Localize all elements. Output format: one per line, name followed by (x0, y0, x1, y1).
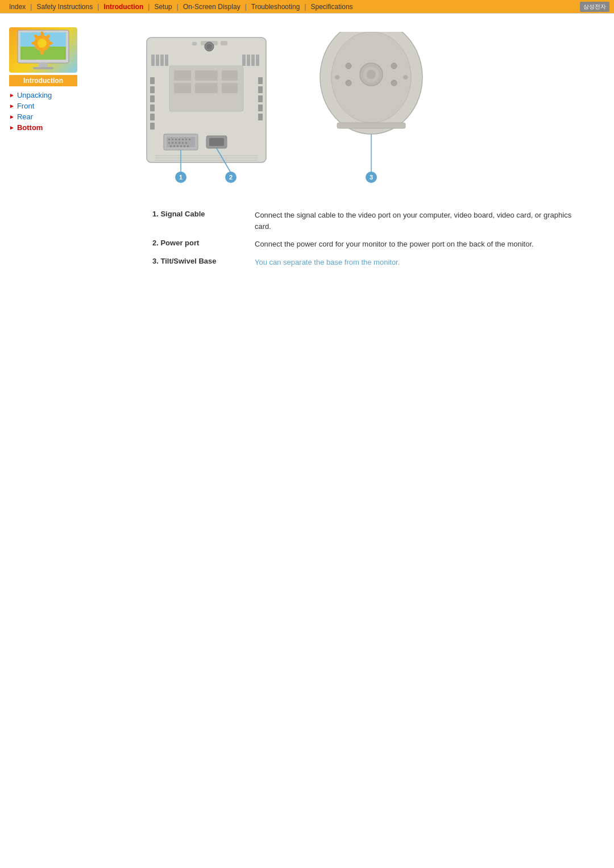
svg-rect-63 (177, 145, 179, 147)
svg-rect-30 (174, 83, 191, 93)
descriptions-section: 1. Signal Cable Connect the signal cable… (152, 210, 579, 268)
svg-rect-68 (209, 138, 224, 146)
svg-rect-54 (189, 139, 190, 140)
desc-row-1: 1. Signal Cable Connect the signal cable… (152, 210, 579, 232)
svg-rect-15 (192, 42, 197, 45)
navbar: Index | Safety Instructions | Introducti… (0, 0, 614, 14)
svg-rect-22 (160, 55, 164, 66)
sidebar-item-front[interactable]: ► Front (9, 102, 91, 110)
desc-text-3[interactable]: You can separate the base from the monit… (255, 257, 579, 268)
arrow-icon-rear: ► (9, 114, 15, 120)
monitor-thumbnail-svg (9, 27, 77, 73)
svg-rect-23 (165, 55, 168, 66)
svg-rect-17 (221, 41, 227, 45)
svg-rect-35 (150, 77, 155, 84)
nav-safety[interactable]: Safety Instructions (32, 3, 97, 11)
sidebar-item-rear[interactable]: ► Rear (9, 112, 91, 121)
svg-text:3: 3 (370, 174, 373, 181)
svg-rect-37 (150, 95, 155, 102)
svg-rect-32 (195, 83, 218, 93)
svg-rect-43 (258, 95, 263, 102)
svg-text:1: 1 (179, 174, 182, 181)
svg-rect-41 (258, 77, 263, 84)
svg-point-88 (403, 75, 408, 80)
svg-rect-13 (33, 67, 53, 69)
sidebar-thumbnail (9, 27, 77, 73)
svg-rect-24 (242, 55, 246, 66)
nav-troubleshooting[interactable]: Troubleshooting (247, 3, 305, 11)
nav-index[interactable]: Index (5, 3, 30, 11)
svg-point-7 (40, 49, 44, 55)
svg-point-87 (335, 75, 339, 80)
svg-rect-34 (222, 83, 238, 93)
arrow-icon-front: ► (9, 103, 15, 109)
svg-rect-53 (185, 139, 187, 140)
svg-point-83 (346, 63, 351, 69)
svg-point-6 (40, 31, 44, 37)
svg-rect-52 (182, 139, 184, 140)
svg-rect-62 (173, 145, 175, 147)
svg-rect-45 (258, 114, 263, 120)
svg-rect-56 (172, 142, 173, 144)
svg-point-8 (31, 41, 37, 45)
svg-rect-59 (182, 142, 184, 144)
svg-point-84 (346, 80, 351, 86)
svg-rect-26 (251, 55, 255, 66)
arrow-icon-unpacking: ► (9, 92, 15, 98)
svg-rect-29 (174, 70, 191, 81)
desc-label-3: 3. Tilt/Swivel Base (152, 257, 255, 265)
svg-text:2: 2 (229, 174, 233, 181)
desc-row-2: 2. Power port Connect the power cord for… (152, 239, 579, 250)
svg-rect-42 (258, 86, 263, 93)
monitor-base-image: 3 (306, 32, 437, 187)
svg-rect-51 (179, 139, 180, 140)
svg-point-9 (47, 41, 53, 45)
svg-rect-25 (247, 55, 250, 66)
arrow-icon-bottom: ► (9, 124, 15, 131)
link-front[interactable]: Front (17, 102, 34, 110)
desc-text-2: Connect the power cord for your monitor … (255, 239, 579, 250)
sidebar-item-bottom[interactable]: ► Bottom (9, 123, 91, 132)
svg-rect-89 (337, 123, 405, 128)
main-container: Introduction ► Unpacking ► Front ► Rear … (0, 14, 614, 288)
svg-point-85 (391, 63, 397, 69)
link-bottom[interactable]: Bottom (17, 123, 43, 132)
svg-rect-66 (187, 145, 189, 147)
svg-point-82 (367, 70, 376, 79)
svg-rect-31 (195, 70, 218, 81)
svg-rect-20 (151, 55, 155, 66)
monitor-images-section: 1 2 (130, 32, 600, 187)
nav-specifications[interactable]: Specifications (306, 3, 358, 11)
svg-rect-65 (184, 145, 185, 147)
svg-rect-55 (168, 142, 170, 144)
desc-text-1: Connect the signal cable to the video po… (255, 210, 579, 232)
sidebar-section-title: Introduction (9, 75, 77, 86)
desc-label-1: 1. Signal Cable (152, 210, 255, 218)
svg-rect-49 (172, 139, 173, 140)
brand-logo: 삼성전자 (580, 2, 609, 12)
monitor-rear-image: 1 2 (130, 32, 283, 187)
desc-label-2: 2. Power port (152, 239, 255, 247)
sidebar-item-unpacking[interactable]: ► Unpacking (9, 91, 91, 99)
svg-rect-38 (150, 105, 155, 111)
link-rear[interactable]: Rear (17, 112, 33, 121)
monitor-base-svg: 3 (306, 32, 437, 185)
svg-rect-61 (170, 145, 172, 147)
svg-rect-33 (222, 70, 238, 81)
nav-introduction[interactable]: Introduction (99, 3, 148, 11)
content-area: 1 2 (91, 23, 614, 288)
sidebar: Introduction ► Unpacking ► Front ► Rear … (0, 23, 91, 288)
svg-rect-44 (258, 105, 263, 111)
svg-point-19 (206, 44, 212, 49)
link-unpacking[interactable]: Unpacking (17, 91, 52, 99)
svg-rect-40 (150, 123, 155, 130)
images-row: 1 2 (130, 32, 600, 187)
svg-rect-39 (150, 114, 155, 120)
svg-rect-64 (180, 145, 182, 147)
svg-point-5 (38, 39, 47, 48)
svg-rect-58 (179, 142, 180, 144)
desc-row-3: 3. Tilt/Swivel Base You can separate the… (152, 257, 579, 268)
svg-rect-60 (185, 142, 187, 144)
nav-osd[interactable]: On-Screen Display (179, 3, 245, 11)
nav-setup[interactable]: Setup (150, 3, 176, 11)
